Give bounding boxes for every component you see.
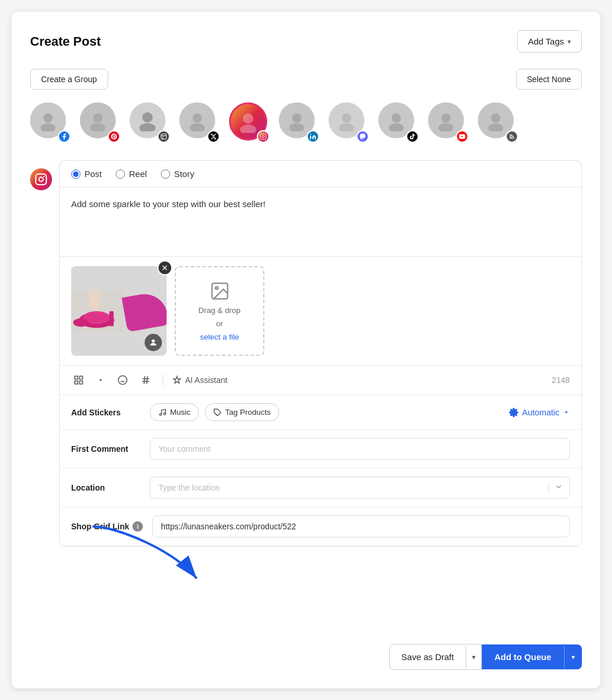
location-label: Location: [71, 483, 141, 492]
svg-rect-41: [75, 376, 78, 379]
page-title: Create Post: [30, 34, 101, 49]
post-type-reel[interactable]: Reel: [116, 169, 147, 179]
svg-point-52: [160, 413, 162, 415]
select-file-link[interactable]: select a file: [200, 333, 239, 341]
image-upload-icon: [209, 281, 230, 301]
header: Create Post Add Tags ▾: [30, 30, 582, 53]
avatar-meta[interactable]: [130, 102, 171, 144]
svg-line-50: [144, 376, 145, 384]
svg-point-14: [262, 135, 264, 138]
chevron-down-icon: ▾: [567, 38, 571, 46]
avatar-linkedin[interactable]: [279, 102, 320, 144]
post-type-post[interactable]: Post: [71, 169, 102, 179]
shop-grid-label: Shop Grid Link: [71, 522, 129, 531]
svg-point-9: [193, 113, 202, 123]
dropdown-button[interactable]: [94, 374, 107, 386]
toolbar-divider: [163, 374, 163, 386]
svg-point-53: [164, 412, 166, 415]
svg-rect-6: [161, 134, 167, 139]
tag-icon: [213, 408, 222, 417]
avatar-tiktok[interactable]: [378, 102, 420, 144]
grid-button[interactable]: [71, 373, 86, 388]
location-chevron-icon: [548, 483, 563, 493]
music-button[interactable]: Music: [150, 403, 199, 421]
add-queue-chevron-button[interactable]: ▾: [564, 646, 582, 669]
shop-grid-info-icon: i: [132, 521, 143, 532]
avatar-instagram[interactable]: [229, 102, 271, 144]
add-queue-button[interactable]: Add to Queue: [482, 644, 564, 669]
post-radio[interactable]: [71, 170, 80, 179]
drop-zone[interactable]: Drag & drop or select a file: [175, 266, 264, 356]
svg-point-27: [488, 123, 503, 131]
tag-products-button[interactable]: Tag Products: [205, 403, 279, 421]
hashtag-button[interactable]: [138, 373, 153, 388]
svg-point-45: [119, 376, 127, 385]
music-icon: [158, 408, 167, 417]
stickers-label: Add Stickers: [71, 408, 141, 417]
svg-point-17: [289, 123, 304, 131]
svg-point-2: [93, 113, 102, 123]
svg-point-26: [491, 113, 500, 123]
char-count: 2148: [552, 375, 570, 385]
media-area: ✕ Drag & drop or select a file: [60, 257, 581, 366]
avatar-rss[interactable]: [478, 102, 519, 144]
svg-point-15: [264, 135, 265, 135]
create-group-button[interactable]: Create a Group: [30, 69, 108, 90]
svg-point-16: [292, 113, 301, 123]
first-comment-row: First Comment: [60, 430, 581, 469]
svg-rect-43: [75, 381, 78, 384]
avatar-pinterest[interactable]: [80, 102, 121, 144]
fields-section: Add Stickers Music Tag Produ: [60, 395, 581, 546]
first-comment-label: First Comment: [71, 444, 141, 454]
media-thumbnail: ✕: [71, 266, 167, 356]
avatar-youtube[interactable]: [428, 102, 470, 144]
svg-point-5: [139, 123, 156, 131]
avatar-twitter[interactable]: [179, 102, 221, 144]
editor-panel: Post Reel Story Add some sparkle to your…: [59, 160, 582, 547]
svg-rect-28: [36, 174, 46, 185]
post-type-story[interactable]: Story: [161, 169, 194, 179]
drop-zone-text: Drag & drop: [198, 306, 241, 315]
svg-point-38: [152, 340, 154, 342]
music-label: Music: [170, 408, 190, 417]
svg-point-24: [438, 123, 454, 131]
content-panel: Post Reel Story Add some sparkle to your…: [30, 160, 582, 547]
svg-point-22: [389, 123, 404, 131]
story-radio[interactable]: [161, 170, 170, 179]
svg-point-12: [240, 124, 256, 133]
avatar-facebook[interactable]: [30, 102, 72, 144]
add-tags-button[interactable]: Add Tags ▾: [517, 30, 582, 53]
svg-point-10: [190, 123, 205, 131]
save-draft-chevron-button[interactable]: ▾: [466, 646, 481, 669]
avatar-mastodon[interactable]: [329, 102, 370, 144]
emoji-button[interactable]: [115, 373, 130, 388]
svg-point-3: [90, 123, 105, 131]
stickers-row: Add Stickers Music Tag Produ: [60, 395, 581, 430]
select-none-button[interactable]: Select None: [516, 69, 582, 90]
post-type-tabs: Post Reel Story: [60, 161, 581, 187]
automatic-label: Automatic: [522, 408, 559, 417]
reel-radio[interactable]: [116, 170, 125, 179]
post-text-area: Add some sparkle to your step with our b…: [60, 187, 581, 257]
bottom-actions: Save as Draft ▾ Add to Queue ▾: [389, 644, 582, 670]
page-container: Create Post Add Tags ▾ Create a Group Se…: [12, 12, 600, 688]
svg-point-19: [342, 113, 351, 123]
first-comment-input[interactable]: [150, 438, 570, 460]
svg-rect-44: [80, 381, 83, 384]
avatar-row: [30, 102, 582, 144]
shop-grid-input[interactable]: [152, 515, 570, 537]
ai-assistant-button[interactable]: AI Assistant: [172, 375, 227, 385]
drop-zone-or: or: [216, 319, 223, 328]
location-input[interactable]: [150, 477, 570, 499]
gear-icon: [508, 407, 519, 418]
svg-point-18: [310, 134, 311, 135]
remove-media-button[interactable]: ✕: [157, 260, 172, 275]
instagram-active-icon: [30, 168, 52, 190]
svg-point-36: [73, 318, 89, 327]
save-draft-button[interactable]: Save as Draft: [390, 644, 466, 669]
automatic-button[interactable]: Automatic: [508, 407, 570, 418]
media-avatar-overlay: [145, 334, 162, 351]
add-tags-label: Add Tags: [528, 36, 564, 46]
svg-point-23: [441, 113, 451, 123]
ai-label: AI Assistant: [185, 375, 227, 385]
